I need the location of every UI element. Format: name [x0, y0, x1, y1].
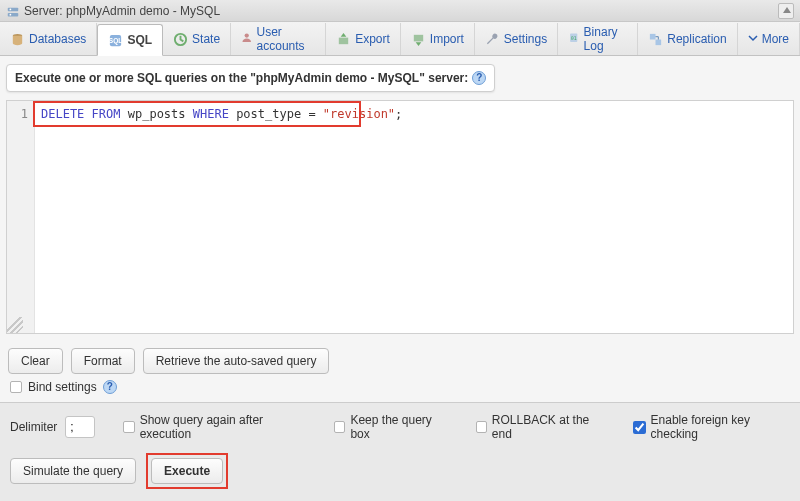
delimiter-label: Delimiter: [10, 420, 57, 434]
chevron-down-icon: [748, 32, 758, 47]
bind-settings-label: Bind settings: [28, 380, 97, 394]
svg-point-3: [10, 13, 12, 15]
instruction-prefix: Execute one or more SQL queries on the: [15, 71, 250, 85]
bind-settings-row: Bind settings ?: [10, 380, 790, 394]
foreign-key-check-option[interactable]: Enable foreign key checking: [633, 413, 790, 441]
import-icon: [411, 32, 426, 47]
tab-user-accounts[interactable]: User accounts: [231, 23, 326, 55]
svg-rect-0: [8, 7, 19, 11]
svg-point-8: [245, 33, 249, 37]
tab-label: More: [762, 32, 789, 46]
tab-binary-log[interactable]: 01 Binary Log: [558, 23, 638, 55]
database-icon: [10, 32, 25, 47]
tab-databases[interactable]: Databases: [0, 23, 97, 55]
footer-options-row: Delimiter Show query again after executi…: [10, 413, 790, 441]
option-label: ROLLBACK at the end: [492, 413, 605, 441]
binary-log-icon: 01: [568, 32, 579, 47]
svg-rect-13: [650, 33, 656, 39]
svg-rect-9: [339, 37, 348, 44]
svg-point-2: [10, 8, 12, 10]
tab-label: User accounts: [257, 25, 316, 53]
resize-handle-icon[interactable]: [7, 317, 23, 333]
tab-label: Replication: [667, 32, 726, 46]
keep-query-box-option[interactable]: Keep the query box: [334, 413, 447, 441]
retrieve-autosaved-button[interactable]: Retrieve the auto-saved query: [143, 348, 330, 374]
breadcrumb-text: Server: phpMyAdmin demo - MySQL: [24, 0, 220, 22]
delimiter-input[interactable]: [65, 416, 95, 438]
clear-button[interactable]: Clear: [8, 348, 63, 374]
tab-label: Binary Log: [584, 25, 628, 53]
editor-button-row: Clear Format Retrieve the auto-saved que…: [8, 348, 792, 374]
sql-icon: SQL: [108, 33, 123, 48]
tab-import[interactable]: Import: [401, 23, 475, 55]
delimiter-group: Delimiter: [10, 416, 95, 438]
editor-content[interactable]: DELETE FROM wp_posts WHERE post_type = "…: [7, 101, 793, 333]
export-icon: [336, 32, 351, 47]
help-icon[interactable]: ?: [103, 380, 117, 394]
simulate-query-button[interactable]: Simulate the query: [10, 458, 136, 484]
top-tabs: Databases SQL SQL State User accounts Ex…: [0, 22, 800, 56]
checkbox-unchecked: [123, 421, 134, 433]
svg-rect-1: [8, 12, 19, 16]
option-label: Enable foreign key checking: [651, 413, 790, 441]
server-breadcrumb: Server: phpMyAdmin demo - MySQL: [0, 0, 800, 22]
tab-export[interactable]: Export: [326, 23, 401, 55]
users-icon: [241, 32, 252, 47]
collapse-panel-button[interactable]: [778, 3, 794, 19]
option-label: Show query again after execution: [140, 413, 306, 441]
svg-rect-10: [414, 34, 423, 41]
checkbox-unchecked: [334, 421, 345, 433]
tab-state[interactable]: State: [163, 23, 231, 55]
svg-rect-14: [656, 39, 662, 45]
svg-text:01: 01: [571, 34, 577, 40]
execute-button[interactable]: Execute: [151, 458, 223, 484]
tab-label: Export: [355, 32, 390, 46]
tab-replication[interactable]: Replication: [638, 23, 737, 55]
sql-editor[interactable]: 1 DELETE FROM wp_posts WHERE post_type =…: [6, 100, 794, 334]
rollback-option[interactable]: ROLLBACK at the end: [476, 413, 605, 441]
execute-row: Simulate the query Execute: [10, 453, 790, 489]
instruction-server: "phpMyAdmin demo - MySQL": [250, 71, 425, 85]
help-icon[interactable]: ?: [472, 71, 486, 85]
tab-more[interactable]: More: [738, 23, 800, 55]
replication-icon: [648, 32, 663, 47]
checkbox-checked[interactable]: [633, 421, 646, 434]
annotation-highlight-execute: Execute: [146, 453, 228, 489]
bind-settings-checkbox[interactable]: [10, 381, 22, 393]
checkbox-unchecked: [476, 421, 487, 433]
status-icon: [173, 32, 188, 47]
show-query-again-option[interactable]: Show query again after execution: [123, 413, 306, 441]
server-icon: [6, 4, 20, 18]
sql-line-1: DELETE FROM wp_posts WHERE post_type = "…: [41, 107, 793, 121]
tab-label: State: [192, 32, 220, 46]
svg-text:SQL: SQL: [109, 37, 122, 45]
tab-label: SQL: [127, 33, 152, 47]
tab-settings[interactable]: Settings: [475, 23, 558, 55]
tab-label: Import: [430, 32, 464, 46]
format-button[interactable]: Format: [71, 348, 135, 374]
option-label: Keep the query box: [350, 413, 447, 441]
instruction-bar: Execute one or more SQL queries on the "…: [6, 64, 495, 92]
instruction-suffix: server:: [425, 71, 468, 85]
footer-panel: Delimiter Show query again after executi…: [0, 402, 800, 501]
tab-sql[interactable]: SQL SQL: [97, 24, 163, 56]
tab-label: Databases: [29, 32, 86, 46]
wrench-icon: [485, 32, 500, 47]
tab-label: Settings: [504, 32, 547, 46]
